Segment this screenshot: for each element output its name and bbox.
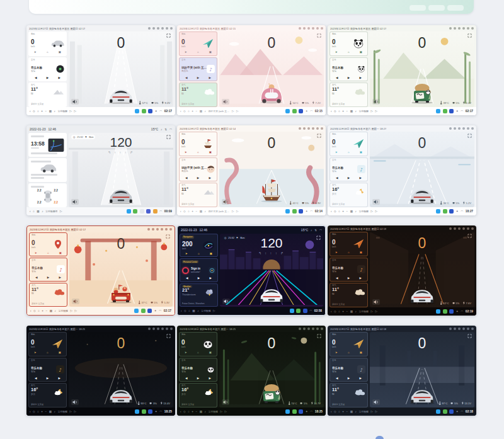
previous-track-button[interactable]: ◀ — [336, 77, 338, 80]
app-icon-messenger[interactable] — [290, 309, 294, 313]
dock-wifi-icon[interactable]: ◠ — [310, 210, 312, 213]
home-circle-icon[interactable]: ○ — [37, 110, 39, 113]
account-widget[interactable]: Personal Center Sign in welcome! ◀ ▶ ▶ — [180, 258, 218, 282]
next-track-button[interactable]: ▶ — [209, 377, 211, 380]
music-widget[interactable]: 音乐 说好不哭 (with 五月天阿信) 周杰伦 ♪ ◀ ▶ ▶ — [179, 57, 217, 82]
voice-icon[interactable] — [454, 127, 457, 130]
mute-button[interactable] — [372, 299, 380, 305]
volume-up-icon[interactable]: + — [342, 310, 344, 313]
car-ui-screenshot[interactable]: 2023年12月17日 癸卯兔年冬月初五 星期日 02:18 导航 0km/h … — [328, 326, 476, 416]
mute-button[interactable] — [71, 399, 79, 405]
volume-up-icon[interactable]: + — [342, 110, 344, 113]
apps-icon[interactable]: ▦ — [350, 110, 353, 113]
home-icon[interactable]: ⌂ — [348, 351, 350, 354]
nav-widget[interactable]: 导航 0km/h ➤ ⌂ ▣ — [329, 31, 368, 56]
snowflake-icon[interactable]: ✦ — [456, 110, 459, 113]
record-icon[interactable] — [449, 328, 452, 331]
weather-widget[interactable]: 天气 16° 多云 深圳市·宝安区 — [179, 383, 217, 408]
weather-widget[interactable]: 天气 16° 多云 深圳市·宝安区 — [329, 183, 368, 207]
apps-icon[interactable]: ▦ — [50, 309, 52, 312]
expand-icon[interactable] — [467, 334, 472, 338]
app-icon-camera[interactable] — [303, 309, 307, 313]
work-icon[interactable]: ▣ — [360, 51, 362, 54]
wifi-icon[interactable] — [156, 228, 159, 231]
skip-forward-icon[interactable]: ▷ — [236, 110, 239, 113]
diamond-icon[interactable]: ◇ — [184, 309, 186, 312]
work-icon[interactable]: ▣ — [209, 351, 212, 354]
app-icon-store[interactable] — [296, 309, 301, 313]
weather-widget[interactable]: 天气 11° 阴 深圳市·宝安区 — [329, 83, 368, 107]
home-circle-icon[interactable]: ○ — [38, 309, 40, 312]
app-icon-messenger[interactable] — [436, 109, 440, 113]
message-icon[interactable] — [467, 127, 470, 130]
car-ui-screenshot[interactable]: 2023年12月17日 癸卯兔年冬月初五 星期日 02:17 导航 0km/h … — [26, 25, 175, 115]
next-track-button[interactable]: ▶ — [359, 177, 362, 180]
work-icon[interactable]: ▣ — [209, 51, 212, 54]
back-icon[interactable]: ‹ — [30, 110, 31, 113]
dock-wifi-icon[interactable]: ◠ — [461, 210, 463, 213]
next-track-button[interactable]: ▶ — [359, 77, 362, 80]
expand-icon[interactable] — [467, 134, 472, 138]
nav-widget[interactable]: 导航 0km/h ➤ ⌂ ▣ — [29, 232, 67, 256]
volume-down-icon[interactable]: − — [346, 310, 348, 313]
snowflake-icon[interactable]: ✦ — [155, 410, 158, 413]
app-icon-messenger[interactable] — [436, 409, 440, 414]
wifi-icon[interactable]: ◠ — [319, 229, 322, 232]
apps-icon[interactable]: ▦ — [200, 110, 202, 113]
bluetooth-icon[interactable] — [161, 27, 164, 30]
music-widget[interactable]: 音乐 音乐名称 专辑 ♪ ◀ ▶ ▶ — [28, 358, 67, 382]
app-icon-camera[interactable] — [299, 109, 303, 113]
app-icon-messenger[interactable] — [285, 409, 290, 414]
settings-icon[interactable] — [471, 328, 474, 331]
home-circle-icon[interactable]: ○ — [188, 210, 190, 213]
play-button[interactable]: ▶ — [197, 77, 200, 80]
car-ui-screenshot[interactable]: 2022-01-23 12:46 15°C ♪ ⇅ ◠ 13:58 — [26, 125, 175, 215]
back-icon[interactable]: ‹ — [181, 309, 182, 312]
bluetooth-icon[interactable] — [312, 127, 315, 130]
expand-icon[interactable] — [317, 334, 321, 338]
mute-button[interactable] — [222, 299, 230, 304]
wifi-icon[interactable] — [157, 328, 160, 331]
app-icon-messenger[interactable] — [134, 309, 139, 313]
settings-icon[interactable] — [170, 27, 173, 30]
next-track-button[interactable]: ▶ — [59, 277, 61, 280]
app-icon-camera[interactable] — [148, 409, 152, 414]
music-widget[interactable]: 音乐 音乐名称 专辑 ◀ ▶ ▶ — [179, 358, 217, 382]
app-icon-camera[interactable] — [148, 109, 152, 113]
volume-up-icon[interactable]: + — [192, 110, 193, 113]
navigate-icon[interactable]: ➤ — [335, 251, 338, 254]
voice-icon[interactable] — [152, 228, 155, 231]
snowflake-icon[interactable]: ✦ — [456, 310, 459, 313]
next-track-button[interactable]: ▶ — [359, 277, 362, 280]
music-note-icon[interactable]: ♪ — [355, 410, 357, 413]
apps-icon[interactable]: ▦ — [200, 210, 202, 213]
home-icon[interactable]: ⌂ — [348, 151, 350, 154]
app-icon-store[interactable] — [292, 109, 297, 113]
apps-icon[interactable]: ▦ — [192, 309, 195, 312]
volume-down-icon[interactable]: − — [346, 210, 348, 213]
media-icon[interactable]: ♪ — [311, 229, 312, 232]
music-widget[interactable]: 音乐 音乐名称 专辑 ◀ ▶ ▶ — [329, 57, 368, 82]
settings-icon[interactable] — [169, 228, 173, 231]
volume-button[interactable] — [71, 199, 79, 205]
bluetooth-icon[interactable] — [312, 328, 315, 331]
next-track-button[interactable]: ▶ — [209, 77, 211, 80]
diamond-icon[interactable]: ◇ — [334, 410, 336, 413]
music-widget[interactable]: 音乐 说好不哭 (with 五月天阿信) 周杰伦 ◀ ▶ ▶ — [179, 157, 217, 182]
skip-back-icon[interactable]: ▷ — [70, 309, 72, 312]
expand-icon[interactable] — [166, 33, 171, 38]
record-icon[interactable] — [449, 127, 452, 130]
voice-icon[interactable] — [303, 27, 306, 30]
music-widget[interactable]: 音乐 音乐名称 专辑 ◀ ▶ ▶ — [28, 57, 67, 82]
message-icon[interactable] — [316, 328, 319, 331]
next-track-button[interactable]: ▶ — [359, 377, 362, 380]
app-icon-camera[interactable] — [299, 409, 303, 414]
music-widget[interactable]: 音乐 音乐名称 专辑 ♪ ◀ ▶ ▶ — [329, 358, 368, 382]
skip-forward-icon[interactable]: ▷ — [213, 309, 215, 312]
work-icon[interactable]: ▣ — [59, 252, 62, 254]
mute-button[interactable] — [222, 99, 229, 105]
mute-button[interactable] — [71, 99, 79, 105]
navigate-icon[interactable]: ➤ — [335, 351, 338, 354]
signal-icon[interactable]: ⇅ — [314, 229, 317, 232]
app-icon-messenger[interactable] — [135, 409, 139, 414]
